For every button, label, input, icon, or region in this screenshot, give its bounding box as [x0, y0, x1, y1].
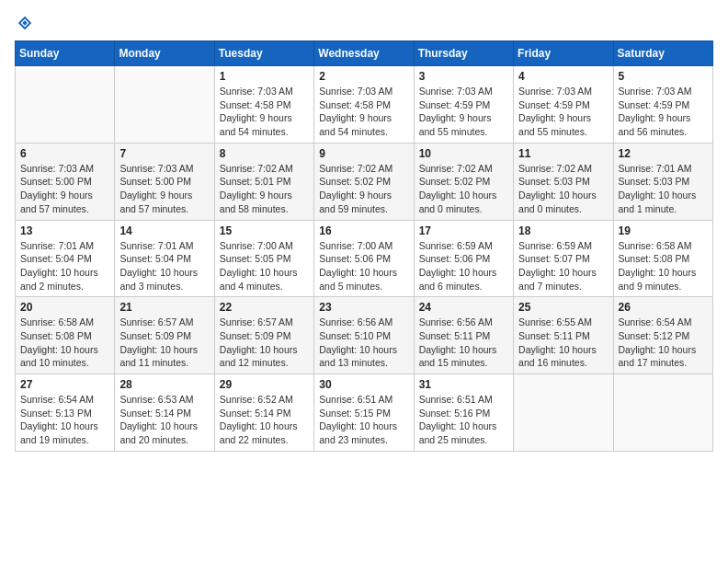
calendar-week-row: 6Sunrise: 7:03 AM Sunset: 5:00 PM Daylig…: [16, 143, 713, 220]
calendar-cell: 8Sunrise: 7:02 AM Sunset: 5:01 PM Daylig…: [214, 143, 313, 220]
day-number: 29: [220, 378, 309, 391]
weekday-header-saturday: Saturday: [613, 41, 712, 66]
day-number: 31: [419, 378, 508, 391]
day-number: 9: [319, 147, 408, 160]
calendar-cell: 1Sunrise: 7:03 AM Sunset: 4:58 PM Daylig…: [214, 66, 313, 144]
calendar-cell: 11Sunrise: 7:02 AM Sunset: 5:03 PM Dayli…: [514, 143, 613, 220]
day-info: Sunrise: 7:03 AM Sunset: 5:00 PM Dayligh…: [119, 162, 209, 216]
calendar-cell: 28Sunrise: 6:53 AM Sunset: 5:14 PM Dayli…: [115, 374, 214, 452]
day-info: Sunrise: 7:03 AM Sunset: 4:58 PM Dayligh…: [319, 85, 408, 139]
day-info: Sunrise: 7:03 AM Sunset: 4:58 PM Dayligh…: [220, 85, 309, 139]
day-number: 14: [119, 224, 209, 237]
day-number: 15: [220, 224, 309, 237]
calendar-cell: 7Sunrise: 7:03 AM Sunset: 5:00 PM Daylig…: [115, 143, 214, 220]
day-number: 11: [518, 147, 608, 160]
day-info: Sunrise: 7:03 AM Sunset: 4:59 PM Dayligh…: [518, 85, 608, 139]
day-number: 21: [119, 301, 209, 314]
day-info: Sunrise: 6:53 AM Sunset: 5:14 PM Dayligh…: [119, 393, 209, 447]
day-number: 24: [419, 301, 508, 314]
calendar-cell: 18Sunrise: 6:59 AM Sunset: 5:07 PM Dayli…: [514, 220, 613, 297]
weekday-header-wednesday: Wednesday: [314, 41, 414, 66]
calendar-week-row: 13Sunrise: 7:01 AM Sunset: 5:04 PM Dayli…: [16, 220, 713, 297]
calendar-cell: 25Sunrise: 6:55 AM Sunset: 5:11 PM Dayli…: [514, 297, 613, 374]
calendar-cell: 14Sunrise: 7:01 AM Sunset: 5:04 PM Dayli…: [115, 220, 214, 297]
day-number: 17: [419, 224, 508, 237]
day-number: 22: [220, 301, 309, 314]
calendar-cell: 9Sunrise: 7:02 AM Sunset: 5:02 PM Daylig…: [314, 143, 414, 220]
day-number: 20: [20, 301, 109, 314]
day-info: Sunrise: 7:00 AM Sunset: 5:05 PM Dayligh…: [220, 239, 309, 293]
day-number: 8: [220, 147, 309, 160]
day-info: Sunrise: 6:58 AM Sunset: 5:08 PM Dayligh…: [619, 239, 708, 293]
calendar-week-row: 20Sunrise: 6:58 AM Sunset: 5:08 PM Dayli…: [16, 297, 713, 374]
day-info: Sunrise: 6:59 AM Sunset: 5:07 PM Dayligh…: [518, 239, 608, 293]
calendar-cell: 30Sunrise: 6:51 AM Sunset: 5:15 PM Dayli…: [314, 374, 414, 452]
day-info: Sunrise: 6:55 AM Sunset: 5:11 PM Dayligh…: [518, 316, 608, 370]
day-number: 19: [619, 224, 708, 237]
day-info: Sunrise: 6:54 AM Sunset: 5:13 PM Dayligh…: [20, 393, 109, 447]
calendar-cell: 20Sunrise: 6:58 AM Sunset: 5:08 PM Dayli…: [16, 297, 115, 374]
day-info: Sunrise: 7:02 AM Sunset: 5:01 PM Dayligh…: [220, 162, 309, 216]
day-number: 26: [619, 301, 708, 314]
calendar-week-row: 27Sunrise: 6:54 AM Sunset: 5:13 PM Dayli…: [16, 374, 713, 452]
weekday-header-monday: Monday: [115, 41, 214, 66]
day-info: Sunrise: 7:03 AM Sunset: 4:59 PM Dayligh…: [419, 85, 508, 139]
calendar-cell: 24Sunrise: 6:56 AM Sunset: 5:11 PM Dayli…: [414, 297, 513, 374]
day-number: 13: [20, 224, 109, 237]
logo-icon: [17, 15, 33, 31]
day-number: 25: [518, 301, 608, 314]
day-info: Sunrise: 6:57 AM Sunset: 5:09 PM Dayligh…: [220, 316, 309, 370]
logo: [15, 15, 35, 31]
calendar-cell: 23Sunrise: 6:56 AM Sunset: 5:10 PM Dayli…: [314, 297, 414, 374]
calendar-cell: [613, 374, 712, 452]
day-number: 16: [319, 224, 408, 237]
calendar-cell: [16, 66, 115, 144]
calendar-cell: 5Sunrise: 7:03 AM Sunset: 4:59 PM Daylig…: [613, 66, 712, 144]
calendar-cell: 31Sunrise: 6:51 AM Sunset: 5:16 PM Dayli…: [414, 374, 513, 452]
day-number: 5: [619, 70, 708, 83]
calendar-cell: 17Sunrise: 6:59 AM Sunset: 5:06 PM Dayli…: [414, 220, 513, 297]
day-info: Sunrise: 7:02 AM Sunset: 5:02 PM Dayligh…: [319, 162, 408, 216]
day-info: Sunrise: 7:01 AM Sunset: 5:03 PM Dayligh…: [619, 162, 708, 216]
calendar-cell: 6Sunrise: 7:03 AM Sunset: 5:00 PM Daylig…: [16, 143, 115, 220]
calendar-cell: 3Sunrise: 7:03 AM Sunset: 4:59 PM Daylig…: [414, 66, 513, 144]
calendar-cell: 19Sunrise: 6:58 AM Sunset: 5:08 PM Dayli…: [613, 220, 712, 297]
calendar-cell: 13Sunrise: 7:01 AM Sunset: 5:04 PM Dayli…: [16, 220, 115, 297]
calendar-cell: 27Sunrise: 6:54 AM Sunset: 5:13 PM Dayli…: [16, 374, 115, 452]
day-number: 7: [119, 147, 209, 160]
day-info: Sunrise: 7:02 AM Sunset: 5:02 PM Dayligh…: [419, 162, 508, 216]
day-info: Sunrise: 6:59 AM Sunset: 5:06 PM Dayligh…: [419, 239, 508, 293]
calendar-cell: 16Sunrise: 7:00 AM Sunset: 5:06 PM Dayli…: [314, 220, 414, 297]
day-info: Sunrise: 7:02 AM Sunset: 5:03 PM Dayligh…: [518, 162, 608, 216]
day-number: 2: [319, 70, 408, 83]
day-number: 23: [319, 301, 408, 314]
calendar-cell: 2Sunrise: 7:03 AM Sunset: 4:58 PM Daylig…: [314, 66, 414, 144]
day-number: 1: [220, 70, 309, 83]
day-info: Sunrise: 6:52 AM Sunset: 5:14 PM Dayligh…: [220, 393, 309, 447]
day-number: 27: [20, 378, 109, 391]
day-info: Sunrise: 6:56 AM Sunset: 5:11 PM Dayligh…: [419, 316, 508, 370]
day-info: Sunrise: 6:51 AM Sunset: 5:16 PM Dayligh…: [419, 393, 508, 447]
day-info: Sunrise: 7:01 AM Sunset: 5:04 PM Dayligh…: [119, 239, 209, 293]
day-info: Sunrise: 6:58 AM Sunset: 5:08 PM Dayligh…: [20, 316, 109, 370]
day-number: 10: [419, 147, 508, 160]
day-info: Sunrise: 7:03 AM Sunset: 5:00 PM Dayligh…: [20, 162, 109, 216]
page-header: [15, 15, 713, 31]
day-number: 6: [20, 147, 109, 160]
day-number: 18: [518, 224, 608, 237]
weekday-header-sunday: Sunday: [16, 41, 115, 66]
calendar-cell: 4Sunrise: 7:03 AM Sunset: 4:59 PM Daylig…: [514, 66, 613, 144]
calendar-cell: 10Sunrise: 7:02 AM Sunset: 5:02 PM Dayli…: [414, 143, 513, 220]
day-info: Sunrise: 6:54 AM Sunset: 5:12 PM Dayligh…: [619, 316, 708, 370]
day-info: Sunrise: 7:01 AM Sunset: 5:04 PM Dayligh…: [20, 239, 109, 293]
day-info: Sunrise: 6:51 AM Sunset: 5:15 PM Dayligh…: [319, 393, 408, 447]
day-number: 30: [319, 378, 408, 391]
weekday-header-friday: Friday: [514, 41, 613, 66]
calendar-week-row: 1Sunrise: 7:03 AM Sunset: 4:58 PM Daylig…: [16, 66, 713, 144]
day-number: 4: [518, 70, 608, 83]
calendar-cell: 12Sunrise: 7:01 AM Sunset: 5:03 PM Dayli…: [613, 143, 712, 220]
weekday-header-row: SundayMondayTuesdayWednesdayThursdayFrid…: [16, 41, 713, 66]
day-number: 28: [119, 378, 209, 391]
day-info: Sunrise: 7:00 AM Sunset: 5:06 PM Dayligh…: [319, 239, 408, 293]
calendar-table: SundayMondayTuesdayWednesdayThursdayFrid…: [15, 40, 713, 452]
